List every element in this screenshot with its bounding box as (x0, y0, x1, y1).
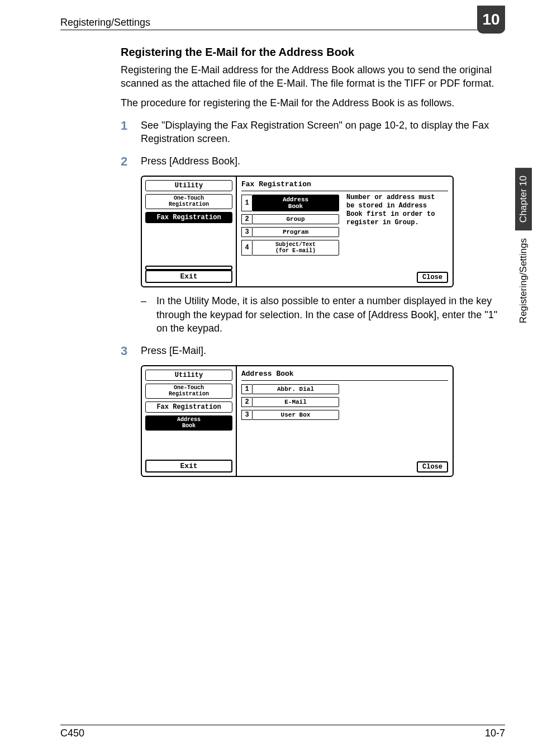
fax-registration-screen: Utility One-Touch Registration Fax Regis… (141, 176, 454, 287)
address-book-screen: Utility One-Touch Registration Fax Regis… (141, 365, 454, 477)
note-text: In the Utility Mode, it is also possible… (156, 294, 505, 335)
user-box-button[interactable]: User Box (252, 410, 339, 420)
close-button[interactable]: Close (417, 461, 448, 472)
utility-tab[interactable]: Utility (145, 180, 232, 191)
page-footer: C450 10-7 (60, 725, 505, 739)
fax-registration-tab[interactable]: Fax Registration (145, 401, 232, 413)
group-button[interactable]: Group (252, 214, 339, 224)
address-book-tab[interactable]: Address Book (145, 415, 232, 431)
utility-tab[interactable]: Utility (145, 370, 232, 381)
step-3: 3 Press [E-Mail]. (121, 344, 505, 358)
one-touch-registration-tab[interactable]: One-Touch Registration (145, 194, 232, 209)
chapter-number-badge: 10 (477, 6, 505, 34)
subject-text-button[interactable]: Subject/Text (for E-mail) (252, 240, 339, 256)
fax-registration-tab[interactable]: Fax Registration (145, 212, 232, 223)
one-touch-registration-tab[interactable]: One-Touch Registration (145, 384, 232, 399)
abbr-dial-button[interactable]: Abbr. Dial (252, 384, 339, 394)
close-button[interactable]: Close (417, 272, 448, 283)
step-1: 1 See "Displaying the Fax Registration S… (121, 119, 505, 146)
step-text: Press [E-Mail]. (141, 344, 505, 358)
hint-text: Number or address must be stored in Addr… (346, 193, 447, 227)
email-button[interactable]: E-Mail (252, 397, 339, 407)
footer-model: C450 (60, 727, 84, 739)
step-number: 2 (121, 154, 141, 169)
step-text: Press [Address Book]. (141, 154, 505, 169)
step-number: 3 (121, 344, 141, 358)
dash-icon: – (141, 294, 156, 335)
screen-main: Fax Registration 1Address Book 2Group 3P… (237, 177, 453, 286)
screen-main: Address Book 1Abbr. Dial 2E-Mail 3User B… (237, 366, 453, 476)
exit-button[interactable]: Exit (145, 460, 232, 472)
footer-page-number: 10-7 (485, 727, 505, 739)
side-tab-chapter: Chapter 10 (515, 168, 532, 230)
step-2: 2 Press [Address Book]. (121, 154, 505, 169)
intro-paragraph-2: The procedure for registering the E-Mail… (121, 96, 505, 110)
page-header: Registering/Settings (60, 17, 505, 30)
side-tab-section: Registering/Settings (515, 230, 532, 331)
screen-sidebar: Utility One-Touch Registration Fax Regis… (142, 366, 237, 476)
section-title: Registering the E-Mail for the Address B… (121, 46, 505, 59)
step-text: See "Displaying the Fax Registration Scr… (141, 119, 505, 146)
exit-button[interactable] (145, 266, 232, 270)
exit-button[interactable]: Exit (145, 270, 232, 283)
screen-sidebar: Utility One-Touch Registration Fax Regis… (142, 177, 237, 286)
step-number: 1 (121, 119, 141, 146)
screen-title: Fax Registration (241, 180, 448, 188)
side-tab: Chapter 10 Registering/Settings (514, 168, 533, 331)
step-2-note: – In the Utility Mode, it is also possib… (121, 294, 505, 335)
breadcrumb: Registering/Settings (60, 17, 150, 29)
intro-paragraph-1: Registering the E-Mail address for the A… (121, 63, 505, 91)
address-book-button[interactable]: Address Book (252, 195, 339, 211)
screen-title: Address Book (241, 370, 448, 378)
program-button[interactable]: Program (252, 227, 339, 237)
